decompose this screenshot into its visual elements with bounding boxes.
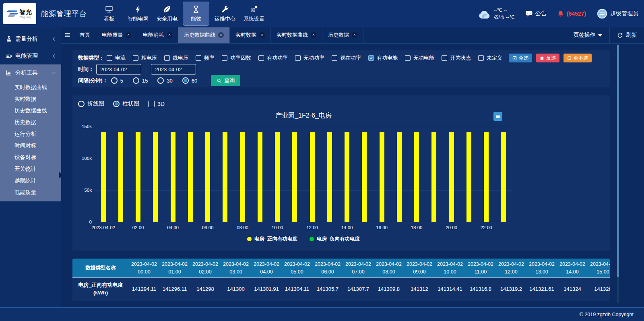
- table-cell: 141321.61: [526, 278, 557, 300]
- sidebar-subitem[interactable]: 实时数据曲线: [0, 81, 61, 93]
- sidebar-subitem[interactable]: 历史数据: [0, 116, 61, 128]
- filter-checkbox[interactable]: 电流: [107, 54, 126, 62]
- filter-checkbox[interactable]: 相电压: [133, 54, 157, 62]
- chart-bar: [292, 132, 297, 222]
- filter-checkbox[interactable]: 线电压: [164, 54, 188, 62]
- filter-checkbox[interactable]: 无功功率: [295, 54, 324, 62]
- brand-name-cn: 智光: [19, 9, 32, 15]
- checkbox-icon: [405, 55, 411, 61]
- legend-item[interactable]: 电房_负向有功电度: [310, 236, 360, 242]
- scrollbar-thumb[interactable]: [617, 45, 619, 277]
- tab-close-icon[interactable]: ×: [167, 32, 172, 38]
- tab-close-icon[interactable]: ×: [126, 32, 131, 38]
- logo-mark-icon: [7, 10, 18, 17]
- date-from-input[interactable]: [96, 64, 141, 75]
- tab[interactable]: 电能消耗×: [137, 27, 178, 43]
- filter-checkbox[interactable]: 视在功率: [332, 54, 361, 62]
- sidebar-group-header[interactable]: 分析工具: [0, 64, 61, 81]
- sidebar-subitem[interactable]: 电能质量: [0, 186, 61, 198]
- chart-type-option[interactable]: 柱状图: [113, 100, 139, 108]
- tab-operations-dropdown[interactable]: 页签操作: [566, 27, 609, 43]
- hamburger-icon[interactable]: [61, 27, 74, 43]
- table-header-cell: 2023-04-0209:00: [404, 259, 435, 278]
- checked-square-icon: [512, 56, 517, 60]
- y-tick-label: 50k: [73, 188, 92, 193]
- y-tick-label: 0: [73, 220, 92, 224]
- sidebar-subitem[interactable]: 设备对标: [0, 151, 61, 163]
- refresh-button[interactable]: 刷新: [609, 27, 644, 43]
- table-header-cell: 2023-04-0212:00: [496, 259, 526, 278]
- tab-close-icon[interactable]: ×: [352, 32, 357, 38]
- filter-action-label: 反选: [546, 55, 556, 62]
- vertical-scrollbar[interactable]: [617, 45, 619, 303]
- filter-checkbox[interactable]: 无功电能: [405, 54, 434, 62]
- chart-type-option[interactable]: 3D: [148, 101, 165, 107]
- monitor-icon: [105, 5, 114, 14]
- sidebar-subitem[interactable]: 开关统计: [0, 163, 61, 175]
- interval-radio[interactable]: 30: [157, 77, 172, 84]
- sidebar-subitem[interactable]: 实时数据: [0, 93, 61, 105]
- table-cell: 141316.8: [465, 278, 496, 300]
- filter-action-button[interactable]: 全选: [509, 54, 532, 62]
- chart-type-option[interactable]: 折线图: [78, 100, 104, 108]
- tab[interactable]: 首页: [74, 27, 96, 43]
- x-tick-label: 12:00: [293, 225, 332, 230]
- filter-action-button[interactable]: 反选: [536, 54, 559, 62]
- interval-radio[interactable]: 5: [111, 77, 123, 84]
- tab[interactable]: 历史数据曲线×: [178, 27, 230, 43]
- notice-button[interactable]: 公告: [525, 10, 547, 18]
- nav-item[interactable]: 智能电网: [125, 2, 151, 26]
- tab[interactable]: 实时数据曲线×: [271, 27, 322, 43]
- tab[interactable]: 电能质量×: [96, 27, 137, 43]
- tab[interactable]: 实时数据×: [230, 27, 271, 43]
- chart-bar: [153, 132, 158, 222]
- legend-item[interactable]: 电房_正向有功电度: [247, 236, 297, 242]
- chart-icon: [6, 70, 12, 76]
- nav-item[interactable]: 系统设置: [241, 2, 267, 26]
- checkbox-label: 无功功率: [303, 54, 324, 62]
- chart-bar: [188, 132, 193, 222]
- tab-close-icon[interactable]: ×: [259, 32, 265, 38]
- sidebar-subitem[interactable]: 历史数据曲线: [0, 105, 61, 116]
- bell-icon: [557, 10, 564, 17]
- chart-toolbox-button[interactable]: [493, 112, 502, 121]
- sidebar-group-header[interactable]: 电能管理: [0, 48, 61, 64]
- tab-close-icon[interactable]: ×: [311, 32, 316, 38]
- tab-close-icon[interactable]: ×: [218, 32, 224, 38]
- chart-type-label: 3D: [157, 101, 165, 107]
- filter-checkbox[interactable]: 有功功率: [258, 54, 288, 62]
- query-button[interactable]: 查询: [211, 75, 240, 86]
- interval-radio[interactable]: 15: [133, 77, 148, 84]
- interval-radio[interactable]: 60: [182, 77, 197, 84]
- sidebar-group-header[interactable]: 需量分析: [0, 31, 61, 48]
- nav-item[interactable]: 能效: [183, 2, 209, 26]
- chart-bar: [431, 132, 436, 222]
- radio-icon: [111, 77, 118, 84]
- sidebar-collapse-handle[interactable]: [59, 172, 62, 179]
- nav-item[interactable]: 运维中心: [212, 2, 238, 26]
- tab-label: 电能消耗: [143, 31, 164, 39]
- interval-label: 间隔(分钟)：: [78, 77, 108, 84]
- nav-item[interactable]: 安全用电: [154, 2, 180, 26]
- alarm-button[interactable]: (64527): [557, 10, 586, 17]
- sidebar-subitem[interactable]: 时间对标: [0, 140, 61, 151]
- filter-action-button[interactable]: 全不选: [564, 54, 592, 62]
- user-menu[interactable]: 超级管理员: [597, 8, 638, 19]
- tab[interactable]: 历史数据×: [322, 27, 363, 43]
- tab-label: 历史数据: [328, 31, 349, 39]
- x-tick-label: 08:00: [223, 225, 262, 230]
- cloud-icon: [478, 8, 491, 20]
- checkbox-icon: [133, 55, 138, 61]
- sidebar-subitem[interactable]: 越限统计: [0, 175, 61, 186]
- date-to-input[interactable]: [151, 64, 196, 75]
- copyright-text: © 2019 zgzdh Copyright: [580, 312, 634, 317]
- nav-item[interactable]: 看板: [96, 2, 122, 26]
- filter-checkbox[interactable]: 功率因数: [222, 54, 251, 62]
- radio-icon: [133, 77, 139, 84]
- filter-checkbox[interactable]: 频率: [196, 54, 215, 62]
- filter-checkbox[interactable]: 有功电能: [368, 54, 398, 62]
- sidebar-group: 分析工具实时数据曲线实时数据历史数据曲线历史数据运行分析时间对标设备对标开关统计…: [0, 64, 61, 201]
- filter-checkbox[interactable]: 未定义: [478, 54, 502, 62]
- filter-checkbox[interactable]: 开关状态: [442, 54, 471, 62]
- sidebar-subitem[interactable]: 运行分析: [0, 128, 61, 140]
